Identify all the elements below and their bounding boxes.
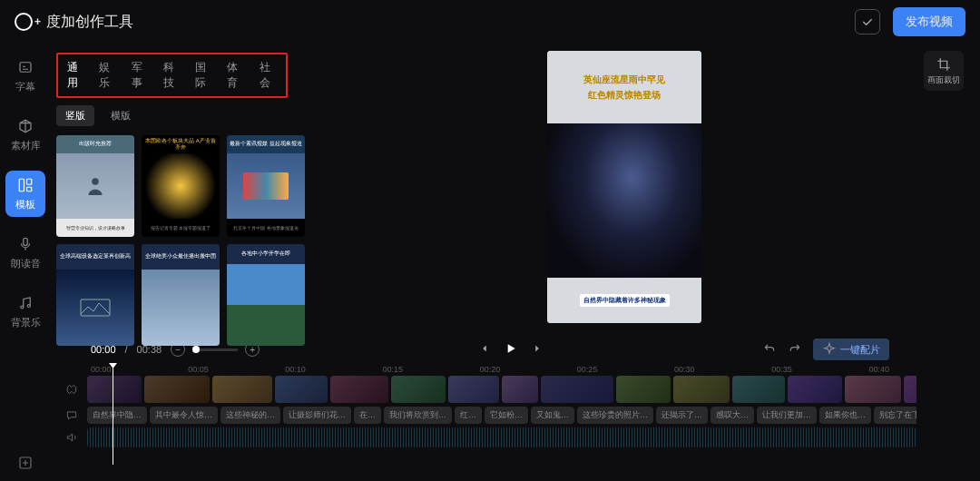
subtitle-chip[interactable]: 感叹大… — [710, 407, 754, 424]
video-clip[interactable] — [330, 376, 388, 403]
svg-rect-4 — [24, 238, 28, 245]
undo-button[interactable] — [762, 341, 777, 358]
assets-icon — [16, 117, 34, 135]
rail-templates[interactable]: 模板 — [5, 171, 45, 217]
category-entertainment[interactable]: 娱乐 — [95, 58, 120, 93]
template-card[interactable]: 本国欧各个板块大品 A产业首齐奔 报告记者专题 本报专题报道了 — [142, 135, 220, 237]
next-button[interactable] — [531, 342, 544, 357]
preview-stage: 英仙座流星雨中罕见 红色精灵惊艳登场 自然界中隐藏着许多神秘现象 — [332, 44, 916, 334]
subtitle-chip[interactable]: 如果你也… — [819, 407, 871, 424]
confirm-button[interactable] — [855, 9, 880, 34]
category-military[interactable]: 军事 — [128, 58, 152, 93]
preview-caption-area: 自然界中隐藏着许多神秘现象 — [547, 278, 701, 323]
redo-button[interactable] — [788, 341, 802, 358]
subtitle-chip[interactable]: 其中最令人惊… — [150, 407, 218, 424]
ai-match-button[interactable]: 一键配片 — [813, 339, 889, 360]
audio-waveform[interactable] — [87, 427, 916, 447]
right-actions: 画面裁切 — [916, 44, 971, 334]
video-clip[interactable] — [275, 376, 328, 403]
svg-point-7 — [92, 178, 99, 185]
orientation-horizontal[interactable]: 横版 — [102, 105, 140, 126]
template-card[interactable]: 出版时光推荐 智慧专业知识，设才谋略故事 — [56, 135, 134, 237]
category-row: 通用 娱乐 军事 科技 国际 体育 社会 — [56, 53, 288, 98]
subtitle-chips[interactable]: 自然界中隐…其中最令人惊…这些神秘的…让摄影师们花…在…我们将欣赏到…红…它如粉… — [87, 407, 916, 424]
svg-rect-1 — [19, 179, 24, 191]
svg-rect-3 — [27, 187, 32, 191]
category-general[interactable]: 通用 — [64, 58, 88, 93]
template-card[interactable]: 全球绝美小众最佳播出搬中国 — [142, 244, 220, 346]
preview-image — [547, 123, 701, 278]
subtitle-chip[interactable]: 让摄影师们花… — [283, 407, 351, 424]
left-rail: 字幕 素材库 模板 朗读音 背景乐 — [0, 44, 51, 334]
video-clip[interactable] — [732, 376, 785, 403]
rail-music[interactable]: 背景乐 — [5, 289, 45, 335]
svg-rect-8 — [81, 299, 110, 316]
video-clip[interactable] — [144, 376, 210, 403]
video-track — [64, 376, 916, 403]
publish-button[interactable]: 发布视频 — [893, 7, 965, 36]
app-logo: + 度加创作工具 — [15, 13, 133, 32]
audio-track-icon — [64, 429, 80, 446]
preview-title-area: 英仙座流星雨中罕见 红色精灵惊艳登场 — [547, 51, 701, 123]
video-clip[interactable] — [845, 376, 901, 403]
svg-point-6 — [27, 305, 30, 308]
video-clip[interactable] — [788, 376, 842, 403]
video-clip[interactable] — [448, 376, 499, 403]
video-clip[interactable] — [391, 376, 446, 403]
video-clip[interactable] — [673, 376, 730, 403]
prev-button[interactable] — [478, 342, 491, 357]
subtitle-chip[interactable]: 自然界中隐… — [87, 407, 147, 424]
rail-voice[interactable]: 朗读音 — [5, 230, 45, 276]
subtitle-chip[interactable]: 红… — [455, 407, 482, 424]
preview-frame[interactable]: 英仙座流星雨中罕见 红色精灵惊艳登场 自然界中隐藏着许多神秘现象 — [547, 51, 701, 323]
music-icon — [16, 294, 34, 312]
subtitle-chip[interactable]: 还揭示了… — [656, 407, 708, 424]
export-button[interactable] — [0, 445, 51, 481]
rail-subtitles[interactable]: 字幕 — [5, 53, 45, 99]
category-sports[interactable]: 体育 — [223, 58, 248, 93]
templates-panel: 通用 娱乐 军事 科技 国际 体育 社会 竖版 横版 出版时光推荐 智慧专业知识… — [51, 44, 332, 334]
video-clip[interactable] — [502, 376, 538, 403]
subtitle-chip[interactable]: 这些珍贵的照片… — [577, 407, 653, 424]
subtitle-chip[interactable]: 这些神秘的… — [220, 407, 280, 424]
play-controls — [478, 341, 544, 358]
subtitle-track: 自然界中隐…其中最令人惊…这些神秘的…让摄影师们花…在…我们将欣赏到…红…它如粉… — [64, 407, 916, 424]
video-clip[interactable] — [541, 376, 613, 403]
rail-assets[interactable]: 素材库 — [5, 112, 45, 158]
svg-rect-0 — [20, 63, 31, 73]
category-society[interactable]: 社会 — [256, 58, 280, 93]
video-clip[interactable] — [616, 376, 671, 403]
crop-button[interactable]: 画面裁切 — [924, 51, 964, 91]
timeline: 00:00 00:05 00:10 00:15 00:20 00:25 00:3… — [0, 361, 980, 447]
svg-rect-2 — [27, 179, 32, 184]
video-clip[interactable] — [87, 376, 142, 403]
zoom-slider[interactable] — [192, 348, 238, 351]
subtitle-chip[interactable]: 我们将欣赏到… — [384, 407, 452, 424]
logo-plus-icon: + — [34, 15, 41, 28]
orientation-vertical[interactable]: 竖版 — [56, 105, 94, 126]
category-international[interactable]: 国际 — [191, 58, 216, 93]
subtitle-track-icon — [64, 407, 80, 424]
subtitle-chip[interactable]: 让我们更加… — [757, 407, 817, 424]
category-tech[interactable]: 科技 — [160, 58, 184, 93]
play-button[interactable] — [504, 341, 518, 358]
ruler[interactable]: 00:00 00:05 00:10 00:15 00:20 00:25 00:3… — [64, 365, 916, 376]
video-clip[interactable] — [904, 376, 916, 403]
subtitle-chip[interactable]: 别忘了在下方… — [874, 407, 916, 424]
subtitle-chip[interactable]: 它如粉… — [485, 407, 528, 424]
subtitle-chip[interactable]: 在… — [354, 407, 381, 424]
templates-icon — [16, 176, 34, 194]
video-clip[interactable] — [212, 376, 272, 403]
playhead[interactable] — [113, 365, 113, 465]
topbar: + 度加创作工具 发布视频 — [0, 0, 980, 44]
main-area: 字幕 素材库 模板 朗读音 背景乐 通用 娱乐 军事 科技 国际 体育 社会 — [0, 44, 980, 334]
audio-track — [64, 427, 916, 447]
topbar-right: 发布视频 — [855, 7, 965, 36]
template-card[interactable]: 各地中小学开学在即 — [227, 244, 305, 346]
svg-point-5 — [21, 306, 24, 309]
template-card[interactable]: 全球高端设备选定某再创新高 — [56, 244, 134, 346]
voice-icon — [16, 235, 34, 253]
subtitle-chip[interactable]: 又如鬼… — [531, 407, 574, 424]
video-clips[interactable] — [87, 376, 916, 403]
template-card[interactable]: 最新个素讯报媒 益起现象报道 北京冬十月中国 各地景象报道省 — [227, 135, 305, 237]
